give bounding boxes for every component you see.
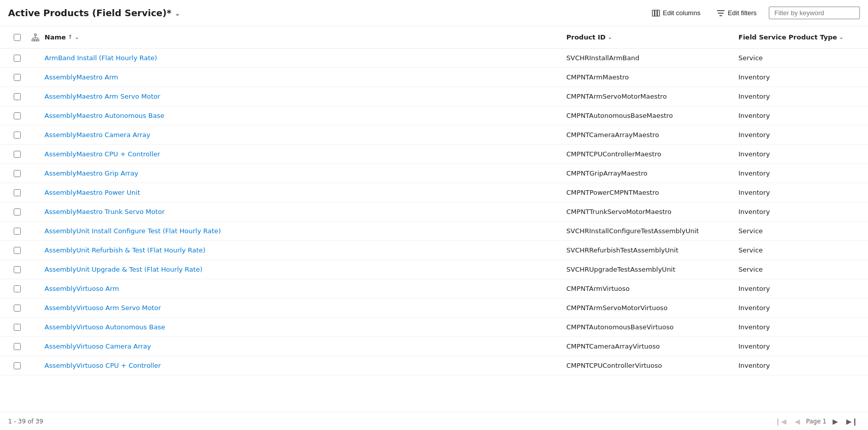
row-checkbox-14[interactable] (14, 324, 21, 331)
table-row: AssemblyMaestro Trunk Servo Motor CMPNTT… (0, 202, 868, 222)
row-product-id-15: CMPNTCameraArrayVirtuoso (566, 342, 738, 350)
table-row: AssemblyVirtuoso Autonomous Base CMPNTAu… (0, 318, 868, 337)
row-name-11[interactable]: AssemblyUnit Upgrade & Test (Flat Hourly… (45, 266, 566, 273)
row-checkbox-cell (8, 93, 26, 100)
header-hierarchy-cell (26, 33, 45, 41)
row-name-9[interactable]: AssemblyUnit Install Configure Test (Fla… (45, 227, 566, 235)
row-field-service-type-0: Service (738, 54, 860, 62)
row-field-service-type-12: Inventory (738, 285, 860, 292)
row-checkbox-9[interactable] (14, 228, 21, 235)
row-name-8[interactable]: AssemblyMaestro Trunk Servo Motor (45, 208, 566, 216)
table-row: AssemblyVirtuoso Arm CMPNTArmVirtuoso In… (0, 279, 868, 298)
row-name-13[interactable]: AssemblyVirtuoso Arm Servo Motor (45, 304, 566, 312)
row-checkbox-13[interactable] (14, 305, 21, 312)
view-title: Active Products (Field Service)* (8, 8, 172, 18)
prev-page-button[interactable]: ◀ (793, 416, 802, 426)
table-row: AssemblyMaestro Camera Array CMPNTCamera… (0, 125, 868, 145)
row-checkbox-8[interactable] (14, 208, 21, 216)
footer-bar: 1 - 39 of 39 ❙◀ ◀ Page 1 ▶ ▶❙ (0, 412, 868, 430)
row-name-7[interactable]: AssemblyMaestro Power Unit (45, 189, 566, 196)
svg-rect-4 (32, 39, 34, 41)
row-field-service-type-6: Inventory (738, 169, 860, 177)
row-product-id-12: CMPNTArmVirtuoso (566, 285, 738, 292)
row-name-10[interactable]: AssemblyUnit Refurbish & Test (Flat Hour… (45, 246, 566, 254)
row-name-0[interactable]: ArmBand Install (Flat Hourly Rate) (45, 54, 566, 62)
row-checkbox-cell (8, 247, 26, 254)
svg-rect-5 (34, 39, 36, 41)
row-name-16[interactable]: AssemblyVirtuoso CPU + Controller (45, 362, 566, 369)
row-name-14[interactable]: AssemblyVirtuoso Autonomous Base (45, 323, 566, 331)
table-row: AssemblyVirtuoso Arm Servo Motor CMPNTAr… (0, 298, 868, 318)
column-header-name[interactable]: Name ↑ ⌄ (45, 33, 566, 41)
column-header-field-service-type[interactable]: Field Service Product Type ⌄ (738, 33, 860, 41)
table-body: ArmBand Install (Flat Hourly Rate) SVCHR… (0, 49, 868, 412)
view-title-chevron-icon[interactable]: ⌄ (175, 9, 181, 17)
top-bar: Active Products (Field Service)* ⌄ Edit … (0, 0, 868, 26)
select-all-checkbox[interactable] (14, 34, 21, 41)
row-name-12[interactable]: AssemblyVirtuoso Arm (45, 285, 566, 292)
row-checkbox-1[interactable] (14, 74, 21, 81)
row-name-5[interactable]: AssemblyMaestro CPU + Controller (45, 150, 566, 158)
row-checkbox-cell (8, 151, 26, 158)
row-field-service-type-14: Inventory (738, 323, 860, 331)
row-field-service-type-5: Inventory (738, 150, 860, 158)
next-page-button[interactable]: ▶ (831, 416, 840, 426)
table-row: AssemblyVirtuoso Camera Array CMPNTCamer… (0, 337, 868, 356)
row-checkbox-0[interactable] (14, 55, 21, 62)
toolbar-right: Edit columns Edit filters (648, 7, 860, 19)
row-checkbox-cell (8, 170, 26, 177)
svg-rect-2 (657, 10, 659, 16)
record-count: 1 - 39 of 39 (8, 418, 43, 425)
row-field-service-type-16: Inventory (738, 362, 860, 369)
row-checkbox-16[interactable] (14, 362, 21, 369)
column-header-row: Name ↑ ⌄ Product ID ⌄ Field Service Prod… (0, 26, 868, 49)
table-row: AssemblyUnit Install Configure Test (Fla… (0, 222, 868, 241)
row-checkbox-6[interactable] (14, 170, 21, 177)
svg-rect-3 (34, 34, 36, 35)
row-name-6[interactable]: AssemblyMaestro Grip Array (45, 169, 566, 177)
row-checkbox-2[interactable] (14, 93, 21, 100)
row-name-3[interactable]: AssemblyMaestro Autonomous Base (45, 112, 566, 119)
row-product-id-9: SVCHRInstallConfigureTestAssemblyUnit (566, 227, 738, 235)
row-checkbox-cell (8, 362, 26, 369)
edit-filters-button[interactable]: Edit filters (713, 7, 761, 19)
row-checkbox-5[interactable] (14, 151, 21, 158)
name-dropdown-icon[interactable]: ⌄ (74, 34, 79, 40)
row-checkbox-cell (8, 228, 26, 235)
table-row: AssemblyVirtuoso CPU + Controller CMPNTC… (0, 356, 868, 375)
row-field-service-type-10: Service (738, 246, 860, 254)
row-field-service-type-13: Inventory (738, 304, 860, 312)
field-service-type-dropdown-icon[interactable]: ⌄ (839, 34, 844, 40)
last-page-button[interactable]: ▶❙ (844, 416, 860, 426)
row-checkbox-cell (8, 208, 26, 216)
row-product-id-4: CMPNTCameraArrayMaestro (566, 131, 738, 139)
keyword-filter-input[interactable] (769, 7, 860, 19)
edit-filters-label: Edit filters (728, 9, 757, 17)
row-product-id-6: CMPNTGripArrayMaestro (566, 169, 738, 177)
row-name-4[interactable]: AssemblyMaestro Camera Array (45, 131, 566, 139)
row-checkbox-12[interactable] (14, 285, 21, 292)
column-header-product-id[interactable]: Product ID ⌄ (566, 33, 738, 41)
row-field-service-type-11: Service (738, 266, 860, 273)
row-checkbox-11[interactable] (14, 266, 21, 273)
edit-columns-label: Edit columns (663, 9, 700, 17)
row-checkbox-15[interactable] (14, 343, 21, 350)
row-product-id-0: SVCHRInstallArmBand (566, 54, 738, 62)
name-sort-icon: ↑ (68, 34, 72, 40)
first-page-button[interactable]: ❙◀ (773, 416, 789, 426)
row-checkbox-4[interactable] (14, 132, 21, 139)
table-row: AssemblyMaestro Power Unit CMPNTPowerCMP… (0, 183, 868, 202)
row-checkbox-3[interactable] (14, 112, 21, 119)
row-checkbox-cell (8, 132, 26, 139)
row-name-2[interactable]: AssemblyMaestro Arm Servo Motor (45, 93, 566, 100)
row-product-id-8: CMPNTTrunkServoMotorMaestro (566, 208, 738, 216)
row-name-15[interactable]: AssemblyVirtuoso Camera Array (45, 342, 566, 350)
product-id-dropdown-icon[interactable]: ⌄ (608, 34, 612, 40)
svg-rect-0 (652, 10, 654, 16)
edit-columns-button[interactable]: Edit columns (648, 7, 705, 19)
table-row: ArmBand Install (Flat Hourly Rate) SVCHR… (0, 49, 868, 68)
row-checkbox-cell (8, 266, 26, 273)
row-checkbox-7[interactable] (14, 189, 21, 196)
row-name-1[interactable]: AssemblyMaestro Arm (45, 73, 566, 81)
row-checkbox-10[interactable] (14, 247, 21, 254)
